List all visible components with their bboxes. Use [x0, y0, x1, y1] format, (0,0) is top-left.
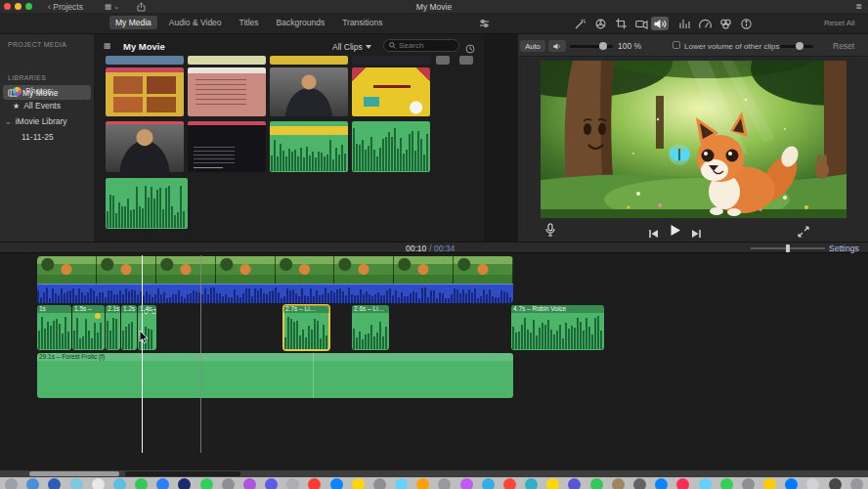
projects-back-button[interactable]: ‹ Projects: [48, 2, 83, 12]
filmstrip-frame[interactable]: [156, 256, 216, 284]
thumbnail-audio-clip[interactable]: [270, 121, 348, 172]
thumbnail-terminal[interactable]: [188, 121, 266, 172]
previous-frame-button[interactable]: [648, 225, 660, 243]
dock-app-icon[interactable]: [482, 478, 495, 489]
thumbnail-clip-partial[interactable]: [352, 56, 430, 65]
auto-volume-button[interactable]: Auto: [520, 40, 545, 52]
crop-icon[interactable]: [612, 17, 629, 30]
dock-app-icon[interactable]: [568, 478, 581, 489]
dock-app-icon[interactable]: [395, 478, 408, 489]
thumbnail-clip-partial[interactable]: [270, 56, 348, 65]
color-correction-icon[interactable]: [591, 17, 609, 30]
info-icon[interactable]: [737, 17, 755, 30]
dock-app-icon[interactable]: [546, 478, 559, 489]
stabilization-icon[interactable]: [632, 17, 650, 30]
minimize-window-button[interactable]: [15, 3, 22, 10]
tab-transitions[interactable]: Transitions: [336, 16, 388, 29]
filmstrip-frame[interactable]: [394, 256, 454, 284]
dock-app-icon[interactable]: [70, 478, 83, 489]
next-frame-button[interactable]: [690, 225, 702, 243]
browser-settings-icon[interactable]: [475, 17, 493, 30]
thumbnail-talking-head-2[interactable]: [106, 121, 184, 172]
fullscreen-icon[interactable]: [798, 224, 809, 242]
dock-app-icon[interactable]: [48, 478, 61, 489]
video-audio-strip[interactable]: [37, 284, 513, 303]
dock-app-icon[interactable]: [265, 478, 278, 489]
reset-all-button[interactable]: Reset All: [824, 19, 855, 27]
music-clip[interactable]: 29.1s – Forest Frolic (f): [37, 353, 513, 398]
color-balance-icon[interactable]: [571, 17, 588, 30]
zoom-window-button[interactable]: [25, 3, 32, 10]
mute-button[interactable]: [548, 40, 566, 52]
dock-app-icon[interactable]: [26, 478, 39, 489]
dock-app-icon[interactable]: [460, 478, 473, 489]
dock-app-icon[interactable]: [330, 478, 343, 489]
sidebar-item-imovie-library[interactable]: ⌄ iMovie Library: [5, 116, 67, 126]
thumbnail-clip-partial[interactable]: [459, 56, 473, 65]
close-window-button[interactable]: [4, 3, 11, 10]
filmstrip-frame[interactable]: [276, 256, 335, 284]
dock-app-icon[interactable]: [676, 478, 689, 489]
dock-app-icon[interactable]: [222, 478, 235, 489]
thumbnail-audio-waveform[interactable]: [352, 121, 430, 172]
dock-app-icon[interactable]: [763, 478, 776, 489]
favorite-marker[interactable]: [95, 313, 101, 319]
dock-app-icon[interactable]: [612, 478, 625, 489]
filmstrip-frame[interactable]: [334, 256, 394, 284]
dock-app-icon[interactable]: [525, 478, 538, 489]
dock-app-icon[interactable]: [113, 478, 126, 489]
dock-app-icon[interactable]: [373, 478, 386, 489]
dock-app-icon[interactable]: [850, 478, 863, 489]
audio-clip[interactable]: 1s: [37, 305, 71, 350]
dock-app-icon[interactable]: [438, 478, 451, 489]
dock-app-icon[interactable]: [633, 478, 646, 489]
filmstrip-frame[interactable]: [216, 256, 276, 284]
dock-app-icon[interactable]: [178, 478, 191, 489]
thumbnail-clip-partial[interactable]: [436, 56, 450, 65]
thumbnail-clip-partial[interactable]: [106, 56, 184, 65]
audio-clip[interactable]: 2.6s – Li…: [352, 305, 389, 350]
audio-clip[interactable]: 1.2s: [121, 305, 137, 350]
dock-app-icon[interactable]: [200, 478, 213, 489]
timeline-settings-button[interactable]: Settings: [829, 244, 859, 253]
play-button[interactable]: [669, 223, 681, 241]
dock-app-icon[interactable]: [416, 478, 429, 489]
thumbnail-document[interactable]: [188, 67, 266, 116]
dock-app-icon[interactable]: [352, 478, 365, 489]
lower-volume-slider-knob[interactable]: [796, 42, 803, 50]
search-input[interactable]: [399, 41, 453, 50]
sidebar-item-all-events[interactable]: ★ All Events: [13, 101, 61, 111]
tab-titles[interactable]: Titles: [234, 16, 265, 29]
dock-app-icon[interactable]: [806, 478, 819, 489]
dock-app-icon[interactable]: [655, 478, 668, 489]
filmstrip-frame[interactable]: [454, 256, 513, 284]
dock-app-icon[interactable]: [720, 478, 733, 489]
dock-app-icon[interactable]: [699, 478, 712, 489]
dock-app-icon[interactable]: [92, 478, 105, 489]
sidebar-item-event-date[interactable]: 11-11-25: [22, 132, 54, 142]
timeline-zoom-knob[interactable]: [786, 244, 790, 252]
thumbnail-talking-head[interactable]: [270, 67, 348, 116]
volume-reset-button[interactable]: Reset: [833, 41, 854, 51]
record-voiceover-button[interactable]: [545, 223, 555, 241]
audio-clip[interactable]: 2.1s – L…: [106, 305, 120, 350]
dock-app-icon[interactable]: [5, 478, 18, 489]
video-preview[interactable]: [541, 61, 846, 218]
dock-app-icon[interactable]: [243, 478, 256, 489]
sidebar-item-photos[interactable]: Photos: [13, 86, 51, 96]
clip-filter-dropdown[interactable]: All Clips: [332, 42, 371, 52]
lower-volume-checkbox[interactable]: [673, 41, 680, 49]
dock-app-icon[interactable]: [785, 478, 798, 489]
noise-eq-icon[interactable]: [675, 17, 693, 30]
audio-clip-selected[interactable]: 2.7s – Li…: [283, 305, 329, 350]
video-filmstrip[interactable]: [37, 256, 513, 284]
tab-audio-video[interactable]: Audio & Video: [163, 16, 228, 29]
grid-view-icon[interactable]: ▦: [104, 41, 111, 50]
audio-clip-robin-voice[interactable]: 4.7s – Robin Voice: [511, 305, 604, 350]
dock-app-icon[interactable]: [135, 478, 148, 489]
effects-icon[interactable]: [716, 17, 734, 30]
audio-clip[interactable]: 1.5s –: [72, 305, 105, 350]
thumbnail-clip-partial[interactable]: [188, 56, 266, 65]
volume-icon[interactable]: [651, 17, 669, 30]
dock-app-icon[interactable]: [286, 478, 299, 489]
